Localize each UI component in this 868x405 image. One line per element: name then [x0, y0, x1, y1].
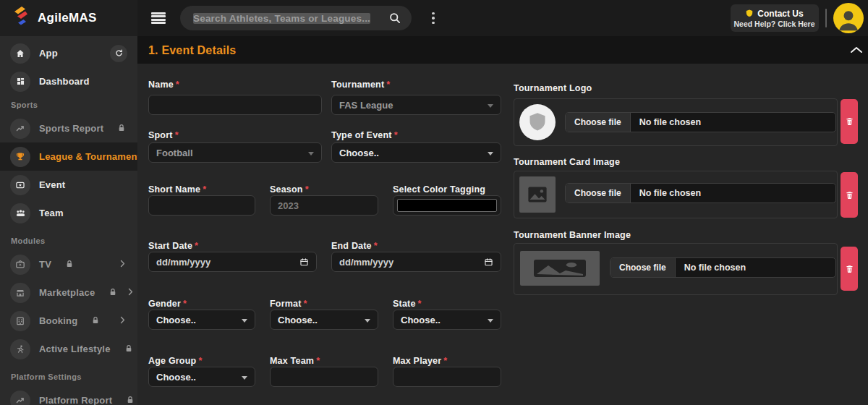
sidebar-item-label: Platform Report: [39, 395, 112, 405]
type-of-event-label: Type of Event*: [331, 130, 398, 140]
max-player-label: Max Player*: [393, 356, 447, 366]
file-status: No file chosen: [631, 188, 701, 198]
end-date-input[interactable]: dd/mm/yyyy: [331, 252, 501, 272]
sidebar-item-event[interactable]: Event: [0, 171, 137, 199]
trash-icon: [845, 190, 854, 200]
app-window: AgileMAS App Dashboard Sports: [0, 0, 868, 405]
dashboard-icon: [10, 72, 30, 92]
lock-icon: [65, 258, 74, 271]
color-tagging-picker[interactable]: [393, 195, 501, 216]
tournament-select[interactable]: FAS League: [331, 95, 501, 115]
delete-logo-button[interactable]: [841, 99, 858, 144]
delete-card-image-button[interactable]: [841, 172, 858, 218]
user-avatar[interactable]: [833, 3, 864, 33]
team-people-icon: [10, 203, 30, 223]
season-label: Season*: [270, 184, 309, 195]
brand-header[interactable]: AgileMAS: [0, 0, 137, 36]
tournament-card-file-input[interactable]: Choose file No file chosen: [565, 183, 836, 203]
start-date-input[interactable]: dd/mm/yyyy: [148, 252, 317, 272]
sport-value: Football: [156, 148, 193, 158]
choose-file-button[interactable]: Choose file: [566, 184, 631, 202]
sidebar-item-label: Booking: [39, 315, 77, 326]
search-placeholder: Search Athletes, Teams or Leagues...: [193, 13, 370, 24]
sidebar-item-platform-report[interactable]: Platform Report: [0, 386, 137, 405]
delete-banner-image-button[interactable]: [841, 247, 858, 291]
sport-select[interactable]: Football: [148, 142, 322, 163]
tournament-banner-file-input[interactable]: Choose file No file chosen: [610, 257, 836, 278]
collapse-chevron-up-icon[interactable]: [849, 44, 864, 59]
storefront-icon: [10, 283, 30, 303]
short-name-label: Short Name*: [148, 184, 206, 195]
sidebar-item-league-tournament[interactable]: League & Tournament: [0, 142, 137, 171]
tournament-banner-image-label: Tournament Banner Image: [514, 230, 631, 240]
sidebar-item-team[interactable]: Team: [0, 199, 137, 227]
format-select[interactable]: Choose..: [270, 310, 378, 330]
sidebar-item-label: Event: [39, 179, 65, 190]
chevron-right-icon: [118, 315, 127, 328]
sidebar-item-label: League & Tournament: [39, 151, 140, 162]
sidebar-item-label: Dashboard: [39, 76, 90, 87]
sidebar-item-tv[interactable]: TV: [0, 250, 137, 278]
sport-label: Sport*: [148, 130, 179, 140]
name-input[interactable]: [148, 95, 322, 115]
chart-trend-icon: [10, 391, 30, 405]
refresh-icon[interactable]: [110, 45, 127, 62]
lock-icon: [109, 286, 117, 299]
topbar-divider: [825, 9, 827, 27]
sidebar-item-active-lifestyle[interactable]: Active Lifestyle: [0, 335, 137, 363]
lock-icon: [117, 122, 126, 135]
runner-icon: [10, 339, 30, 359]
short-name-input[interactable]: [148, 195, 255, 216]
sidebar-item-label: Marketplace: [39, 287, 95, 298]
sidebar-item-marketplace[interactable]: Marketplace: [0, 278, 137, 307]
color-swatch: [397, 199, 497, 212]
sidebar-item-sports-report[interactable]: Sports Report: [0, 114, 137, 142]
max-player-input[interactable]: [393, 367, 501, 387]
chevron-right-icon: [118, 258, 127, 271]
search-icon: [388, 12, 401, 25]
choose-file-button[interactable]: Choose file: [610, 258, 676, 277]
sidebar-item-dashboard[interactable]: Dashboard: [0, 67, 137, 95]
contact-us-button[interactable]: Contact Us Need Help? Click Here: [731, 4, 819, 32]
state-value: Choose..: [401, 315, 441, 325]
more-options-kebab-icon[interactable]: [429, 9, 438, 27]
sidebar-item-app[interactable]: App: [0, 39, 137, 67]
sidebar-item-booking[interactable]: Booking: [0, 307, 137, 335]
calendar-icon[interactable]: [484, 257, 493, 267]
sidebar-item-label: App: [39, 48, 58, 59]
sidebar-item-label: Sports Report: [39, 123, 103, 134]
card-image-preview: [519, 176, 556, 213]
shield-icon: [745, 9, 754, 18]
brand-logo-icon: [12, 6, 29, 30]
search-input[interactable]: Search Athletes, Teams or Leagues...: [180, 6, 412, 30]
gender-select[interactable]: Choose..: [148, 310, 255, 330]
banner-image-preview: [520, 251, 600, 286]
max-team-label: Max Team*: [270, 356, 320, 366]
trophy-icon: [10, 147, 30, 167]
max-team-input[interactable]: [270, 367, 378, 387]
sidebar-item-label: Active Lifestyle: [39, 344, 111, 354]
contact-title: Contact Us: [757, 9, 803, 19]
home-icon: [10, 43, 30, 64]
type-of-event-select[interactable]: Choose..: [331, 142, 501, 163]
event-ticket-icon: [10, 175, 30, 195]
format-label: Format*: [270, 299, 307, 309]
topbar: Search Athletes, Teams or Leagues... Con…: [137, 0, 868, 36]
chevron-right-icon: [126, 286, 135, 299]
end-date-placeholder: dd/mm/yyyy: [339, 257, 393, 268]
tournament-card-image-label: Tournament Card Image: [514, 157, 620, 167]
season-input[interactable]: [270, 195, 378, 216]
shield-placeholder-icon: [527, 111, 548, 134]
choose-file-button[interactable]: Choose file: [566, 113, 631, 132]
state-select[interactable]: Choose..: [393, 310, 501, 330]
page-title: 1. Event Details: [148, 44, 236, 57]
calendar-icon[interactable]: [299, 257, 309, 267]
panel-header-band: [137, 36, 868, 64]
age-group-select[interactable]: Choose..: [148, 367, 255, 387]
building-icon: [10, 311, 30, 331]
menu-hamburger-icon[interactable]: [151, 12, 166, 24]
tournament-logo-file-input[interactable]: Choose file No file chosen: [565, 112, 836, 132]
file-status: No file chosen: [676, 263, 746, 273]
gender-value: Choose..: [156, 315, 196, 325]
person-icon: [835, 6, 862, 33]
